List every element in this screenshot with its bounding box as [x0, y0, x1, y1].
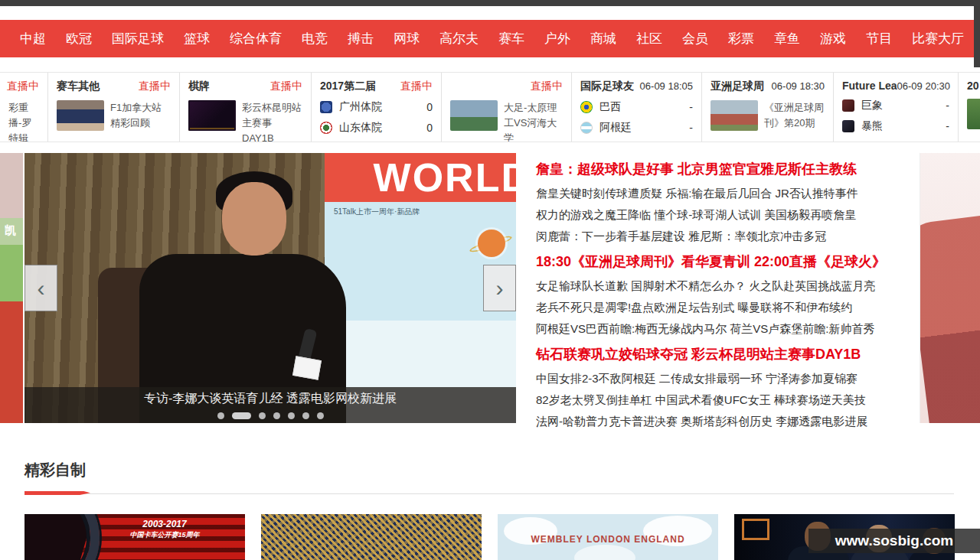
- carousel-dot[interactable]: [302, 412, 309, 419]
- main-nav: 中超 欧冠 国际足球 篮球 综合体育 电竞 搏击 网球 高尔夫 赛车 户外 商城…: [0, 20, 974, 57]
- hero-section: 凯 WORLD 51Talk上市一周年·新品牌 专访-李娜大谈英语育儿经 透露电…: [0, 153, 980, 423]
- headline-line[interactable]: 82岁老太劈叉倒挂单杠 中国武术看傻UFC女王 棒球赛场逆天美技: [536, 389, 917, 411]
- live-thumbnail: [188, 100, 236, 131]
- headline-line[interactable]: 詹皇关键时刻传球遭质疑 乐福:输在最后几回合 JR否认推特事件: [536, 183, 917, 204]
- live-category: 2017第二届: [320, 80, 376, 93]
- nav-item-saiche[interactable]: 赛车: [488, 30, 534, 47]
- team-name: 暴熊: [861, 119, 883, 133]
- speedometer-icon: 160: [24, 514, 100, 560]
- carousel-prev-button[interactable]: ‹: [24, 265, 57, 311]
- planet-icon: [478, 230, 505, 257]
- team-name: 山东体院: [339, 121, 382, 135]
- team-row: 巴西 -: [580, 100, 693, 114]
- headline-line[interactable]: 女足输球队长道歉 国脚射术不精怎么办？ 火之队赴英国挑战蓝月亮: [536, 275, 917, 297]
- live-thumbnail: [57, 100, 104, 131]
- carousel-dot[interactable]: [317, 412, 324, 419]
- live-card-racing[interactable]: 赛车其他 直播中 F1加拿大站精彩回顾: [48, 73, 180, 142]
- thumb-title-event: 中国卡车公开赛15周年: [115, 530, 214, 540]
- live-card-partial-left[interactable]: 直播中 彩重播-罗 特辑: [0, 73, 48, 142]
- carousel-caption-bar: 专访-李娜大谈英语育儿经 透露电影网校新进展: [24, 387, 516, 423]
- live-time: 06-09 20:30: [897, 80, 950, 92]
- headline-line[interactable]: 闵鹿蕾：下一步着手基层建设 雅尼斯：率领北京冲击多冠: [536, 226, 917, 247]
- carousel-slide[interactable]: WORLD 51Talk上市一周年·新品牌 专访-李娜大谈英语育儿经 透露电影网…: [24, 153, 516, 423]
- nav-item-lanqiu[interactable]: 篮球: [174, 30, 220, 47]
- thumb-title-years: 2003-2017: [115, 519, 214, 529]
- carousel-dot[interactable]: [273, 412, 280, 419]
- headline-block-comprehensive: 钻石联赛巩立姣铅球夺冠 彩云杯昆明站主赛事DAY1B 中国女排2-3不敌阿根廷 …: [536, 345, 917, 432]
- live-status: 直播中: [7, 80, 39, 93]
- carousel-dot[interactable]: [288, 412, 295, 419]
- live-status: 直播中: [139, 80, 171, 93]
- nav-item-dianjing[interactable]: 电竞: [292, 30, 338, 47]
- nav-item-gaoerfu[interactable]: 高尔夫: [430, 30, 488, 47]
- headline-line[interactable]: 老兵不死只是凋零!盘点欧洲足坛告别式 曝曼联将不和伊布续约: [536, 297, 917, 318]
- nav-item-ouguan[interactable]: 欧冠: [56, 30, 102, 47]
- thumb-title: WEMBLEY LONDON ENGLAND: [498, 534, 718, 545]
- nav-item-huiyuan[interactable]: 会员: [672, 30, 718, 47]
- nav-item-caipiao[interactable]: 彩票: [718, 30, 764, 47]
- nav-item-boji[interactable]: 搏击: [338, 30, 384, 47]
- team-score: -: [946, 99, 949, 112]
- carousel-dot-active[interactable]: [232, 412, 251, 419]
- carousel-next-button[interactable]: ›: [483, 265, 516, 311]
- carousel-dot[interactable]: [259, 412, 266, 419]
- video-thumb-truck-racing[interactable]: 160 2003-2017 中国卡车公开赛15周年 400: [24, 514, 245, 560]
- carousel-prev-slide[interactable]: 凯: [0, 153, 23, 423]
- team-name: 阿根廷: [599, 121, 632, 135]
- video-thumb-wembley[interactable]: WEMBLEY LONDON ENGLAND: [498, 514, 718, 560]
- live-category: Future Lea: [842, 80, 897, 92]
- live-card-poker[interactable]: 棋牌 直播中 彩云杯昆明站主赛事DAY1B: [180, 73, 312, 142]
- jersey-shape: [920, 214, 980, 423]
- nav-item-zhongchao[interactable]: 中超: [10, 30, 56, 47]
- team-name: 巴西: [599, 100, 621, 114]
- nav-item-youxi[interactable]: 游戏: [810, 30, 856, 47]
- headline-title[interactable]: 18:30《亚洲足球周刊》看华夏青训 22:00直播《足球火》: [536, 252, 917, 272]
- nav-item-jiemu[interactable]: 节目: [856, 30, 902, 47]
- live-card-intl-friendly[interactable]: 国际足球友 06-09 18:05 巴西 - 阿根廷 -: [572, 73, 702, 142]
- live-card-partial-right[interactable]: 20: [959, 73, 980, 142]
- carousel-dot[interactable]: [217, 412, 224, 419]
- nav-item-guojizuqiu[interactable]: 国际足球: [102, 30, 174, 47]
- video-thumb-crowd[interactable]: [261, 514, 482, 560]
- carousel-dots: [24, 412, 516, 419]
- nav-item-bisaidating[interactable]: 比赛大厅: [902, 30, 974, 47]
- nav-item-yuetiyu[interactable]: 粤体育: [974, 30, 980, 47]
- live-thumbnail: [967, 99, 980, 129]
- live-match-strip: 直播中 彩重播-罗 特辑 赛车其他 直播中 F1加拿大站精彩回顾 棋牌 直播中 …: [0, 72, 980, 142]
- poster-title: WORLD: [374, 155, 516, 200]
- nav-item-shequ[interactable]: 社区: [626, 30, 672, 47]
- team-badge-icon: [842, 120, 854, 132]
- headline-line[interactable]: 权力的游戏之魔王降临 懂个球-球哥湖人试训 美国杨毅再喷詹皇: [536, 204, 917, 226]
- live-card-campus-football[interactable]: 直播中 大足-太原理工VS河海大学: [442, 73, 572, 142]
- nav-item-zhangyu[interactable]: 章鱼: [764, 30, 810, 47]
- live-card-asia-weekly[interactable]: 亚洲足球周 06-09 18:30 《亚洲足球周刊》第20期: [702, 73, 834, 142]
- headline-column: 詹皇：超级球队是好事 北京男篮官宣雅尼斯任主教练 詹皇关键时刻传球遭质疑 乐福:…: [536, 155, 917, 432]
- live-category: 20: [967, 80, 979, 92]
- live-thumbnail: [710, 100, 758, 131]
- brazil-flag-icon: [580, 101, 593, 113]
- headline-block-basketball: 詹皇：超级球队是好事 北京男篮官宣雅尼斯任主教练 詹皇关键时刻传球遭质疑 乐福:…: [536, 160, 917, 247]
- page: 中超 欧冠 国际足球 篮球 综合体育 电竞 搏击 网球 高尔夫 赛车 户外 商城…: [0, 0, 980, 560]
- live-status: 直播中: [400, 80, 433, 93]
- headline-line[interactable]: 中国女排2-3不敌阿根廷 二传成女排最弱一环 宁泽涛参加夏锦赛: [536, 368, 917, 389]
- headline-line[interactable]: 阿根廷VS巴西前瞻:梅西无缘战内马尔 荷兰VS卢森堡前瞻:新帅首秀: [536, 318, 917, 340]
- headline-line[interactable]: 法网-哈勒普力克卡普进决赛 奥斯塔彭科创历史 李娜透露电影进展: [536, 411, 917, 432]
- headline-title[interactable]: 詹皇：超级球队是好事 北京男篮官宣雅尼斯任主教练: [536, 160, 917, 179]
- live-desc: 特辑: [8, 131, 39, 142]
- live-card-future-league[interactable]: Future Lea 06-09 20:30 巨象 - 暴熊 -: [834, 73, 959, 142]
- team-score: -: [689, 122, 693, 134]
- headline-title[interactable]: 钻石联赛巩立姣铅球夺冠 彩云杯昆明站主赛事DAY1B: [536, 345, 917, 364]
- carousel-caption: 专访-李娜大谈英语育儿经 透露电影网校新进展: [24, 391, 516, 407]
- nav-item-wangqiu[interactable]: 网球: [384, 30, 430, 47]
- team-badge-icon: [320, 101, 332, 113]
- live-card-college-basketball[interactable]: 2017第二届 直播中 广州体院 0 山东体院 0: [312, 73, 442, 142]
- team-score: -: [946, 120, 949, 132]
- nav-item-huwai[interactable]: 户外: [534, 30, 580, 47]
- nav-item-shangcheng[interactable]: 商城: [580, 30, 626, 47]
- side-image-jersey: [920, 153, 980, 423]
- section-title: 精彩自制: [24, 460, 86, 480]
- nav-item-zonghetiyu[interactable]: 综合体育: [220, 30, 292, 47]
- section-divider-accent: [24, 491, 90, 495]
- team-row: 广州体院 0: [320, 100, 433, 114]
- live-desc: 大足-太原理工VS河海大学: [504, 100, 563, 142]
